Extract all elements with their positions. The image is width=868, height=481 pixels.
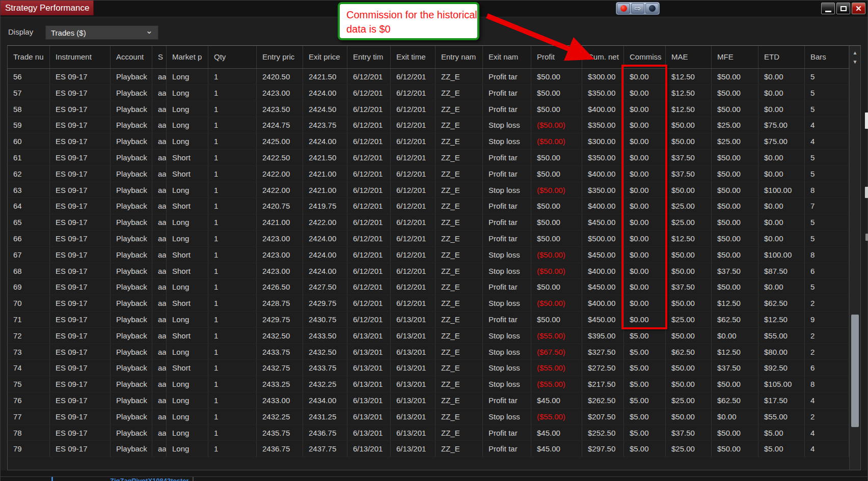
stop-button[interactable]: [645, 3, 659, 14]
column-header-instrument[interactable]: Instrument: [50, 46, 111, 68]
column-header-exit-time[interactable]: Exit time: [391, 46, 436, 68]
cell-qty: 1: [208, 279, 257, 295]
table-row[interactable]: 69ES 09-17PlaybackaaLong12426.502427.506…: [8, 279, 849, 295]
cell-mfe: $50.00: [712, 441, 758, 457]
scroll-down-icon[interactable]: ▼: [850, 58, 860, 66]
cell-instrument: ES 09-17: [50, 441, 111, 457]
minimize-button[interactable]: [821, 3, 835, 14]
table-row[interactable]: 78ES 09-17PlaybackaaLong12435.752436.756…: [8, 425, 849, 441]
column-header-market-position[interactable]: Market p: [167, 46, 208, 68]
cell-entry-time: 6/12/201: [347, 295, 391, 311]
cell-strategy: aa: [152, 85, 167, 101]
column-header-qty[interactable]: Qty: [208, 46, 257, 68]
table-row[interactable]: 56ES 09-17PlaybackaaLong12420.502421.506…: [8, 69, 849, 85]
table-row[interactable]: 70ES 09-17PlaybackaaShort12428.752429.75…: [8, 295, 849, 312]
cell-etd: $100.00: [758, 247, 805, 263]
table-row[interactable]: 59ES 09-17PlaybackaaLong12424.752423.756…: [8, 117, 849, 133]
table-row[interactable]: 79ES 09-17PlaybackaaLong12436.752437.756…: [8, 441, 849, 457]
cell-profit: $45.00: [531, 425, 582, 441]
column-header-cum-net-profit[interactable]: Cum. net: [582, 46, 624, 68]
cell-profit: $50.00: [531, 150, 582, 165]
table-row[interactable]: 61ES 09-17PlaybackaaShort12422.502421.50…: [8, 150, 849, 166]
cell-qty: 1: [208, 133, 257, 149]
table-row[interactable]: 60ES 09-17PlaybackaaLong12425.002424.006…: [8, 133, 849, 150]
column-header-mfe[interactable]: MFE: [712, 46, 758, 68]
cell-mae: $37.50: [666, 279, 712, 295]
cell-account: Playback: [111, 69, 152, 84]
cell-entry-name: ZZ_E: [436, 328, 483, 344]
cell-commission: $0.00: [624, 101, 666, 117]
cell-profit: ($50.00): [531, 247, 582, 263]
column-header-strategy[interactable]: S: [152, 46, 167, 68]
column-header-entry-price[interactable]: Entry pric: [257, 46, 303, 68]
cell-entry-name: ZZ_E: [436, 69, 483, 84]
column-header-trade-number[interactable]: Trade nu: [8, 46, 50, 68]
cell-exit-time: 6/12/201: [391, 247, 436, 263]
maximize-button[interactable]: [836, 3, 850, 14]
step-forward-button[interactable]: ⇨: [631, 3, 644, 14]
cell-mfe: $50.00: [712, 85, 758, 101]
column-header-mae[interactable]: MAE: [666, 46, 712, 68]
table-row[interactable]: 68ES 09-17PlaybackaaShort12423.002424.00…: [8, 263, 849, 279]
column-header-profit[interactable]: Profit: [531, 46, 582, 68]
record-button[interactable]: [617, 3, 630, 14]
table-row[interactable]: 63ES 09-17PlaybackaaLong12422.002421.006…: [8, 182, 849, 199]
cell-mae: $50.00: [666, 247, 712, 263]
table-row[interactable]: 76ES 09-17PlaybackaaLong12433.002434.006…: [8, 392, 849, 409]
display-dropdown[interactable]: Trades ($) ⌄: [45, 25, 158, 40]
scrollbar-thumb[interactable]: [851, 315, 859, 427]
strategy-tab-label[interactable]: ZigZagPivotX10842tester ES 09-17: [110, 477, 192, 481]
cell-profit: ($55.00): [531, 409, 582, 425]
cell-entry-name: ZZ_E: [436, 312, 483, 327]
vertical-scrollbar[interactable]: ▲ ▼: [849, 46, 860, 470]
close-button[interactable]: ✕: [852, 3, 865, 14]
cell-etd: $5.00: [758, 425, 805, 441]
cell-market-position: Long: [167, 182, 208, 198]
cell-market-position: Short: [167, 360, 208, 376]
table-row[interactable]: 74ES 09-17PlaybackaaShort12432.752433.75…: [8, 360, 849, 376]
column-header-etd[interactable]: ETD: [758, 46, 805, 68]
cell-mfe: $50.00: [712, 376, 758, 392]
column-header-exit-price[interactable]: Exit price: [303, 46, 347, 68]
cell-instrument: ES 09-17: [50, 312, 111, 327]
column-header-account[interactable]: Account: [111, 46, 152, 68]
column-header-entry-name[interactable]: Entry nam: [436, 46, 483, 68]
cell-strategy: aa: [152, 133, 167, 149]
table-row[interactable]: 58ES 09-17PlaybackaaLong12423.502424.506…: [8, 101, 849, 118]
cell-bars: 6: [805, 263, 849, 279]
cell-commission: $0.00: [624, 279, 666, 295]
scroll-up-icon[interactable]: ▲: [850, 49, 860, 57]
column-header-entry-time[interactable]: Entry tim: [347, 46, 391, 68]
table-row[interactable]: 75ES 09-17PlaybackaaLong12433.252432.256…: [8, 376, 849, 392]
cell-etd: $0.00: [758, 69, 805, 84]
table-row[interactable]: 77ES 09-17PlaybackaaLong12432.252431.256…: [8, 409, 849, 425]
table-row[interactable]: 57ES 09-17PlaybackaaLong12423.002424.006…: [8, 85, 849, 101]
cell-strategy: aa: [152, 214, 167, 230]
window-title-tab[interactable]: Strategy Performance: [1, 1, 94, 15]
table-row[interactable]: 67ES 09-17PlaybackaaShort12423.002424.00…: [8, 247, 849, 263]
cell-mfe: $50.00: [712, 101, 758, 117]
column-header-commission[interactable]: Commiss: [624, 46, 666, 68]
table-row[interactable]: 64ES 09-17PlaybackaaShort12420.752419.75…: [8, 198, 849, 214]
table-row[interactable]: 73ES 09-17PlaybackaaLong12433.752432.506…: [8, 344, 849, 360]
cell-strategy: aa: [152, 263, 167, 279]
column-header-exit-name[interactable]: Exit nam: [483, 46, 531, 68]
bottom-tab-strip: ZigZagPivotX10842tester ES 09-17: [1, 470, 867, 481]
cell-entry-name: ZZ_E: [436, 295, 483, 311]
cell-account: Playback: [111, 376, 152, 392]
cell-mae: $50.00: [666, 133, 712, 149]
cell-exit-name: Stop loss: [483, 247, 531, 263]
column-header-bars[interactable]: Bars: [805, 46, 849, 68]
table-row[interactable]: 72ES 09-17PlaybackaaShort12432.502433.50…: [8, 328, 849, 344]
cell-market-position: Short: [167, 295, 208, 311]
table-row[interactable]: 71ES 09-17PlaybackaaLong12429.752430.756…: [8, 312, 849, 328]
cell-exit-time: 6/13/201: [391, 425, 436, 441]
table-row[interactable]: 62ES 09-17PlaybackaaShort12422.002421.00…: [8, 166, 849, 182]
table-row[interactable]: 65ES 09-17PlaybackaaLong12421.002422.006…: [8, 214, 849, 231]
cell-entry-time: 6/13/201: [347, 392, 391, 408]
cell-entry-price: 2420.50: [257, 69, 303, 84]
cell-mfe: $0.00: [712, 328, 758, 344]
table-row[interactable]: 66ES 09-17PlaybackaaLong12423.002424.006…: [8, 231, 849, 247]
cell-mfe: $50.00: [712, 182, 758, 198]
bottom-divider: [1, 476, 867, 477]
